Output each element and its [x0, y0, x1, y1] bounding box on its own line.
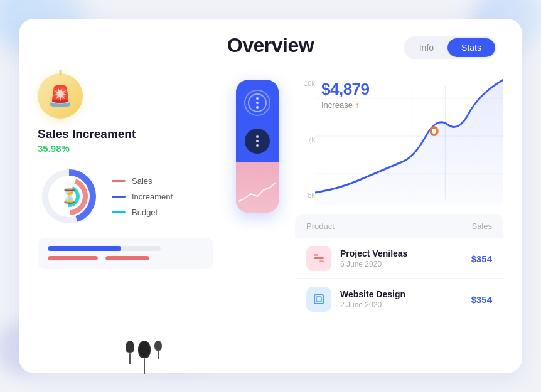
- sales-section: Sales Increament 35.98%: [38, 127, 213, 154]
- plant-stem-1: [129, 353, 131, 364]
- progress-bar-row-1: [48, 246, 203, 251]
- progress-fill-3: [105, 256, 149, 260]
- legend-item-increament: Increament: [112, 192, 173, 201]
- plant-head-3: [154, 341, 162, 351]
- dot-3: [256, 106, 259, 109]
- progress-section: [38, 238, 213, 269]
- progress-bar-row-2: [48, 256, 203, 260]
- mid-rings: [244, 90, 270, 116]
- sales-title: Sales Increament: [38, 127, 213, 141]
- tab-stats[interactable]: Stats: [447, 38, 495, 57]
- tab-info[interactable]: Info: [405, 38, 447, 57]
- row-icon-webdesign: [306, 287, 331, 312]
- deco-plants: [126, 342, 162, 374]
- legend-dot-sales: [112, 180, 126, 182]
- table-row: Project Venileas 6 June 2020 $354: [295, 238, 503, 279]
- chart-label-7k: 7k: [295, 135, 315, 143]
- dots-icon: [256, 97, 259, 109]
- webdesign-icon: [312, 292, 326, 306]
- progress-track-1: [48, 246, 161, 251]
- line-chart-section: 10k 7k 5k $4,879 Increase ↑: [295, 73, 503, 205]
- mid-dot-2: [256, 140, 259, 142]
- dot-2: [256, 102, 259, 104]
- legend-dot-increament: [112, 196, 126, 198]
- table-header-sales: Sales: [471, 221, 492, 231]
- mid-dot-1: [256, 135, 259, 138]
- row-sales-webdesign: $354: [471, 294, 492, 305]
- row-icon-venileas: [306, 246, 331, 271]
- table-header-row: Product Sales: [295, 214, 503, 238]
- svg-rect-12: [314, 254, 318, 256]
- mid-card: [236, 80, 279, 213]
- mid-circle-button[interactable]: [245, 129, 270, 154]
- page-wrapper: Overview Info Stats 🚨 Sales Increament: [0, 0, 541, 392]
- tab-group: Info Stats: [404, 36, 497, 59]
- table-row: Website Design 2 June 2020 $354: [295, 279, 503, 319]
- legend-label-increament: Increament: [132, 192, 173, 201]
- venileas-icon: [312, 252, 326, 265]
- row-date-venileas: 6 June 2020: [340, 260, 463, 268]
- row-name-webdesign: Website Design: [340, 289, 463, 299]
- dot-1: [256, 97, 259, 100]
- legend-label-sales: Sales: [132, 176, 153, 186]
- row-sales-venileas: $354: [471, 253, 492, 264]
- row-info-webdesign: Website Design 2 June 2020: [340, 289, 463, 309]
- svg-rect-14: [314, 295, 323, 304]
- legend-item-budget: Budget: [112, 208, 173, 217]
- progress-fill-1: [48, 246, 121, 251]
- plant-3: [154, 342, 162, 374]
- page-title: Overview: [227, 34, 314, 57]
- row-name-venileas: Project Venileas: [340, 248, 463, 258]
- legend-dot-budget: [112, 211, 126, 213]
- progress-track-3: [105, 256, 149, 260]
- mid-dot-3: [256, 144, 259, 147]
- main-card: Overview Info Stats 🚨 Sales Increament: [19, 19, 522, 373]
- legend-item-sales: Sales: [112, 176, 173, 186]
- right-panel: 10k 7k 5k $4,879 Increase ↑: [282, 67, 522, 365]
- alarm-circle: 🚨: [38, 73, 83, 119]
- mid-card-top: [236, 90, 279, 162]
- line-chart-svg: [315, 73, 503, 205]
- mid-rings-inner: [248, 93, 267, 112]
- plant-2: [138, 342, 151, 374]
- mini-chart: [238, 176, 276, 208]
- row-info-venileas: Project Venileas 6 June 2020: [340, 248, 463, 268]
- middle-panel: [232, 67, 282, 365]
- row-date-webdesign: 2 June 2020: [340, 300, 463, 309]
- svg-rect-11: [314, 257, 324, 259]
- plant-1: [126, 342, 134, 374]
- product-table: Product Sales Project: [295, 214, 503, 352]
- donut-chart: ⏳: [38, 165, 100, 228]
- left-panel: 🚨 Sales Increament 35.98%: [19, 67, 232, 365]
- plant-stem-3: [158, 351, 159, 359]
- sales-percent: 35.98%: [38, 143, 213, 154]
- plant-head-1: [126, 341, 134, 353]
- alarm-section: 🚨: [38, 73, 213, 119]
- alarm-icon: 🚨: [48, 84, 73, 108]
- body-layout: 🚨 Sales Increament 35.98%: [19, 67, 522, 365]
- donut-legend-row: ⏳ Sales Increament Budget: [38, 165, 213, 228]
- legend: Sales Increament Budget: [112, 176, 173, 217]
- plant-head-2: [138, 341, 151, 358]
- header: Overview Info Stats: [19, 19, 522, 67]
- plant-stem-2: [144, 358, 145, 374]
- mid-card-bottom: [236, 162, 279, 213]
- svg-rect-15: [316, 297, 321, 302]
- table-header-product: Product: [306, 221, 335, 231]
- progress-track-2: [48, 256, 98, 260]
- svg-point-10: [432, 129, 436, 134]
- chart-label-10k: 10k: [295, 80, 315, 87]
- progress-fill-2: [48, 256, 98, 260]
- mid-dots-icon: [256, 135, 259, 147]
- legend-label-budget: Budget: [132, 208, 158, 217]
- svg-rect-13: [319, 260, 324, 262]
- chart-label-5k: 5k: [295, 191, 315, 199]
- chart-grid-labels: 10k 7k 5k: [295, 80, 315, 199]
- donut-center-icon: ⏳: [61, 188, 78, 204]
